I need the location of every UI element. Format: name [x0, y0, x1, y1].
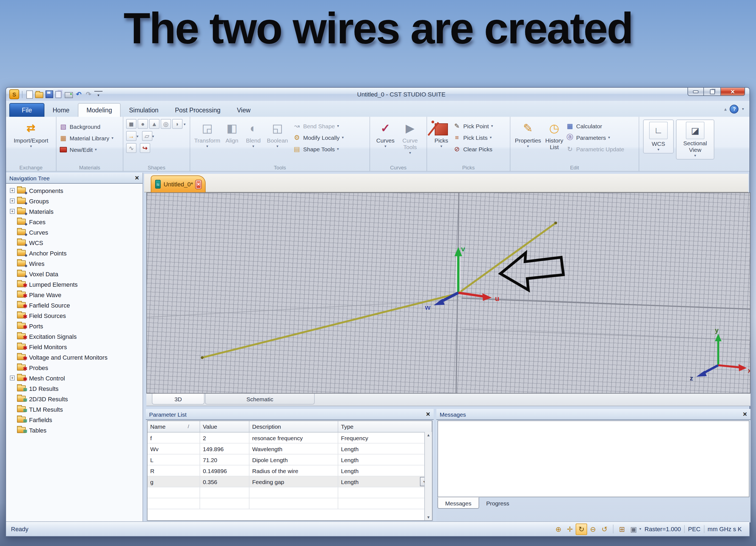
new-edit-button[interactable]: New/Edit▾ — [59, 144, 120, 155]
copy-icon[interactable] — [55, 91, 61, 98]
tree-item[interactable]: + Field Sources — [6, 310, 143, 321]
curves-button[interactable]: ✓ Curves▾ — [373, 119, 398, 155]
view-options-caret-icon[interactable]: ▾ — [639, 527, 641, 531]
tree-item[interactable]: + Faces — [6, 217, 143, 227]
tab-schematic[interactable]: Schematic — [205, 394, 315, 405]
modify-locally-button[interactable]: ⚙ Modify Locally▾ — [293, 132, 344, 143]
dynamic-zoom-icon[interactable]: ⊖ — [587, 523, 599, 535]
parameter-row[interactable]: f 2 resonace frequency Frequency ▾ — [147, 433, 432, 443]
redo-icon[interactable]: ↷ — [84, 90, 93, 98]
shapes-more-icon[interactable]: ▾ — [184, 122, 186, 126]
tree-item[interactable]: + 2D/3D Results — [6, 394, 143, 404]
tree-item[interactable]: + Plane Wave — [6, 289, 143, 300]
tree-expander-icon[interactable]: + — [10, 376, 15, 380]
import-export-button[interactable]: ⇄ Import/Export ▾ — [16, 119, 46, 149]
tree-item[interactable]: + Probes — [6, 362, 143, 373]
parameter-row[interactable]: R 0.149896 Radius of the wire Length ▾ — [147, 465, 432, 476]
document-tab[interactable]: ≈ Untitled_0* ✕ — [151, 175, 206, 192]
tree-expander-icon[interactable]: + — [10, 188, 15, 193]
fit-view-icon[interactable]: ⊞ — [616, 523, 628, 535]
sweep-pipe-icon[interactable]: ↪ — [140, 143, 150, 153]
zoom-window-icon[interactable]: ⊕ — [553, 523, 564, 535]
shape-tools-button[interactable]: ▤ Shape Tools▾ — [293, 143, 344, 155]
tab-simulation[interactable]: Simulation — [121, 104, 167, 117]
scroll-up-icon[interactable]: ▲ — [427, 433, 430, 437]
sectional-view-button[interactable]: ◪ Sectional View ▾ — [676, 120, 714, 160]
tab-progress[interactable]: Progress — [479, 497, 516, 509]
tree-item[interactable]: + Field Monitors — [6, 342, 143, 352]
material-library-button[interactable]: ▦ Material Library▾ — [59, 132, 120, 144]
tree-item[interactable]: + TLM Results — [6, 404, 143, 414]
tree-expander-icon[interactable]: + — [10, 209, 15, 214]
help-caret-icon[interactable]: ▾ — [742, 107, 744, 111]
parameter-scrollbar[interactable]: ▲ ▼ — [424, 432, 432, 520]
column-header-description[interactable]: Description — [249, 421, 338, 432]
view-cube-icon[interactable]: ▣ — [628, 523, 639, 535]
clear-picks-button[interactable]: ⊘ Clear Picks — [453, 143, 493, 155]
parametric-update-button[interactable]: ↻ Parametric Update — [566, 143, 624, 155]
material-indicator[interactable]: PEC — [685, 526, 704, 532]
tab-post-processing[interactable]: Post Processing — [167, 104, 229, 117]
pick-point-button[interactable]: ✎ Pick Point▾ — [453, 120, 493, 132]
curve-tools-button[interactable]: ▶ Curve Tools▾ — [398, 119, 422, 155]
column-header-type[interactable]: Type — [338, 421, 432, 432]
messages-close-icon[interactable]: ✕ — [743, 411, 747, 417]
save-icon[interactable] — [45, 90, 53, 98]
boolean-button[interactable]: ◱ Boolean▾ — [264, 119, 291, 155]
tree-item[interactable]: + WCS — [6, 237, 143, 248]
tree-item[interactable]: + 1D Results — [6, 383, 143, 394]
new-file-icon[interactable] — [26, 90, 33, 98]
picks-button[interactable]: Picks▾ — [430, 119, 453, 155]
customize-toolbar-icon[interactable]: ▾ — [94, 91, 103, 99]
cone-shape-icon[interactable]: ▲ — [149, 119, 160, 129]
tree-item[interactable]: + Lumped Elements — [6, 279, 143, 289]
rotate-icon[interactable]: ↻ — [576, 523, 587, 535]
tree-item[interactable]: + Mesh Control — [6, 373, 143, 383]
close-button[interactable]: ✕ — [720, 88, 745, 96]
open-file-icon[interactable] — [35, 92, 43, 98]
history-list-button[interactable]: ◷ History List — [543, 119, 566, 155]
restore-button[interactable] — [704, 88, 720, 96]
tree-item[interactable]: + Groups — [6, 196, 143, 206]
cylinder-shape-icon[interactable]: ◗ — [172, 119, 183, 129]
cst-logo-icon[interactable]: S — [9, 89, 19, 99]
tree-item[interactable]: + Tables — [6, 425, 143, 435]
pan-icon[interactable]: ✛ — [564, 523, 576, 535]
undo-icon[interactable]: ↶ — [75, 90, 83, 98]
parameter-row[interactable]: L 71.20 Dipole Length Length ▾ — [147, 454, 432, 465]
tab-3d[interactable]: 3D — [152, 394, 204, 405]
tree-item[interactable]: + Farfields — [6, 414, 143, 425]
bend-shape-button[interactable]: ↝ Bend Shape▾ — [293, 120, 344, 132]
viewport-3d[interactable]: v u w y x — [146, 192, 751, 394]
print-icon[interactable] — [65, 92, 73, 98]
calculator-button[interactable]: ▦ Calculator — [566, 120, 624, 132]
tab-home[interactable]: Home — [44, 104, 78, 117]
align-button[interactable]: ◧ Align — [221, 119, 242, 155]
parameter-row[interactable]: Wv 149.896 Wavelength Length ▾ — [147, 443, 432, 454]
column-header-name[interactable]: Name / — [147, 421, 200, 432]
tree-item[interactable]: + Anchor Points — [6, 248, 143, 258]
reset-view-icon[interactable]: ↺ — [599, 523, 610, 535]
tree-item[interactable]: + Farfield Source — [6, 300, 143, 310]
tree-item[interactable]: + Curves — [6, 227, 143, 237]
help-icon[interactable]: ? — [730, 104, 739, 113]
blend-button[interactable]: ◐ Blend▾ — [242, 119, 264, 155]
pick-lists-button[interactable]: ≡ Pick Lists▾ — [453, 132, 493, 143]
tree-item[interactable]: + Voltage and Current Monitors — [6, 352, 143, 362]
tab-file[interactable]: File — [9, 103, 44, 117]
tree-item[interactable]: + Excitation Signals — [6, 331, 143, 342]
minimize-button[interactable] — [687, 88, 704, 96]
wcs-button[interactable]: ∟ WCS ▾ — [643, 120, 674, 153]
extrude-icon[interactable]: → — [126, 131, 137, 141]
transform-button[interactable]: ◲ Transform▾ — [193, 119, 221, 155]
properties-button[interactable]: ✎ Properties▾ — [513, 119, 543, 155]
tree-item[interactable]: + Voxel Data — [6, 269, 143, 279]
tab-view[interactable]: View — [229, 104, 258, 117]
background-button[interactable]: ▧ Background — [59, 121, 120, 132]
parameter-row[interactable]: g 0.356 Feeding gap Length ▾ — [147, 476, 432, 487]
tree-item[interactable]: + Materials — [6, 206, 143, 217]
tree-expander-icon[interactable]: + — [10, 198, 15, 203]
tree-item[interactable]: + Wires — [6, 258, 143, 269]
tree-item[interactable]: + Ports — [6, 321, 143, 331]
spline-icon[interactable]: ∿ — [126, 143, 137, 153]
